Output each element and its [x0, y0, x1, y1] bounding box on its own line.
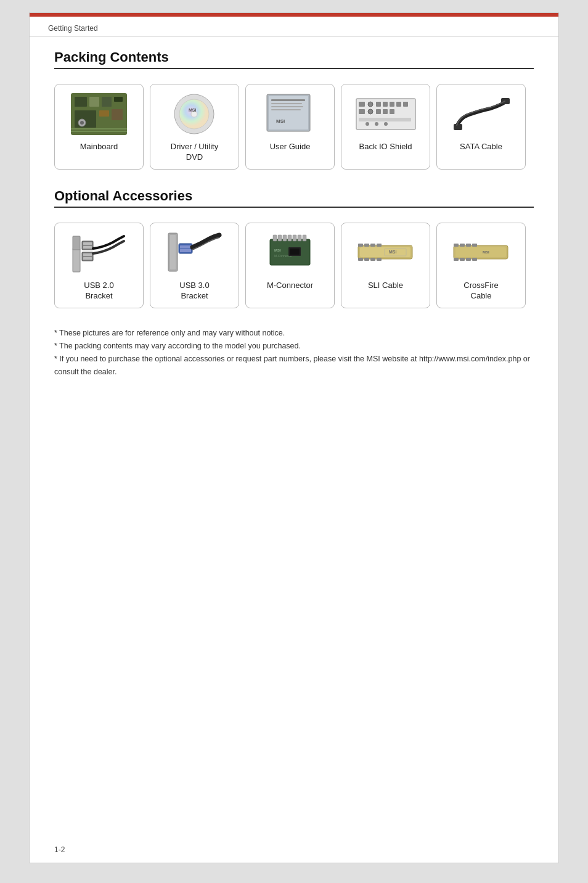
svg-text:MSI: MSI — [189, 108, 197, 112]
mconnector-label: M-Connector — [267, 281, 313, 291]
userguide-label: User Guide — [270, 142, 311, 152]
svg-rect-61 — [298, 235, 301, 241]
svg-rect-4 — [114, 97, 123, 102]
svg-rect-32 — [403, 102, 408, 107]
satacable-image — [451, 91, 512, 137]
slicable-image: MSI — [355, 229, 417, 276]
page-number: 1-2 — [54, 845, 65, 854]
item-mainboard: Mainboard — [54, 84, 144, 170]
svg-rect-72 — [377, 244, 382, 247]
packing-contents-grid: Mainboard — [54, 84, 534, 170]
svg-rect-83 — [466, 244, 471, 247]
page: Getting Started Packing Contents — [29, 12, 559, 863]
ioshield-image — [355, 91, 417, 137]
svg-point-37 — [365, 122, 369, 126]
svg-rect-20 — [271, 106, 303, 107]
svg-rect-88 — [472, 258, 477, 261]
optional-accessories-grid: USB 2.0Bracket — [54, 223, 534, 308]
svg-rect-59 — [288, 235, 292, 241]
svg-rect-6 — [99, 110, 109, 117]
page-content: Packing Contents — [30, 37, 558, 398]
usb30-image — [164, 229, 226, 276]
optional-accessories-title: Optional Accessories — [54, 188, 534, 208]
mconnector-image: MSI M-Connector — [259, 229, 321, 276]
svg-point-27 — [368, 109, 373, 114]
svg-rect-68 — [360, 247, 410, 257]
page-header: Getting Started — [30, 17, 558, 37]
svg-rect-3 — [102, 97, 112, 107]
svg-text:MSI: MSI — [483, 250, 489, 254]
svg-rect-24 — [359, 102, 365, 107]
crossfire-image: MSI — [451, 229, 512, 276]
svg-rect-29 — [383, 102, 388, 107]
svg-rect-58 — [283, 235, 287, 241]
svg-rect-18 — [271, 99, 305, 101]
svg-rect-60 — [293, 235, 296, 241]
svg-rect-46 — [83, 246, 92, 248]
footnote-2: * The packing contents may vary accordin… — [54, 340, 534, 353]
svg-point-11 — [80, 121, 84, 125]
packing-contents-title: Packing Contents — [54, 49, 534, 69]
svg-text:MSI: MSI — [274, 248, 281, 252]
svg-point-38 — [375, 122, 378, 126]
svg-rect-74 — [364, 258, 369, 261]
footnote-3: * If you need to purchase the optional a… — [54, 353, 534, 379]
svg-rect-80 — [455, 247, 506, 257]
svg-rect-81 — [454, 244, 459, 247]
svg-rect-7 — [112, 109, 123, 120]
svg-rect-40 — [454, 124, 462, 130]
svg-rect-62 — [303, 235, 306, 241]
item-slicable: MSI SLI Cable — [341, 223, 430, 308]
svg-rect-48 — [83, 253, 92, 256]
svg-rect-42 — [73, 248, 80, 272]
svg-rect-66 — [290, 248, 300, 255]
crossfire-label: CrossFireCable — [463, 281, 498, 302]
item-satacable: SATA Cable — [436, 84, 526, 170]
svg-rect-43 — [73, 236, 80, 250]
item-usb30-bracket: USB 3.0Bracket — [150, 223, 239, 308]
dvd-image: MSI — [164, 91, 226, 137]
mainboard-label: Mainboard — [80, 142, 118, 152]
item-crossfire-cable: MSI CrossFireCable — [436, 223, 526, 308]
svg-text:MSI: MSI — [389, 250, 397, 254]
svg-rect-45 — [83, 242, 92, 245]
svg-rect-85 — [454, 258, 459, 261]
usb30-label: USB 3.0Bracket — [179, 281, 209, 302]
svg-rect-25 — [359, 109, 365, 114]
svg-rect-71 — [370, 244, 375, 247]
svg-rect-51 — [170, 235, 176, 269]
svg-rect-53 — [180, 245, 191, 248]
userguide-image: MSI — [259, 91, 321, 137]
svg-rect-36 — [359, 118, 411, 121]
dvd-label: Driver / UtilityDVD — [171, 142, 218, 163]
svg-rect-69 — [358, 244, 363, 247]
svg-rect-86 — [460, 258, 465, 261]
usb20-label: USB 2.0Bracket — [84, 281, 113, 302]
svg-rect-84 — [472, 244, 477, 247]
svg-rect-21 — [271, 109, 301, 110]
svg-rect-82 — [460, 244, 465, 247]
svg-point-39 — [384, 122, 388, 126]
svg-rect-54 — [180, 249, 191, 252]
item-dvd: MSI Driver / UtilityDVD — [150, 84, 239, 170]
footnotes-section: * These pictures are for reference only … — [54, 327, 534, 379]
item-userguide: MSI User Guide — [245, 84, 335, 170]
slicable-label: SLI Cable — [368, 281, 403, 291]
svg-rect-1 — [75, 97, 87, 107]
svg-rect-17 — [269, 96, 308, 129]
svg-rect-57 — [278, 235, 282, 241]
svg-rect-28 — [376, 102, 381, 107]
svg-text:MSI: MSI — [276, 118, 285, 124]
footnote-1: * These pictures are for reference only … — [54, 327, 534, 340]
item-usb20-bracket: USB 2.0Bracket — [54, 223, 144, 308]
optional-accessories-section: Optional Accessories — [54, 188, 534, 308]
svg-rect-75 — [370, 258, 375, 261]
svg-rect-30 — [390, 102, 394, 107]
item-ioshield: Back IO Shield — [341, 84, 430, 170]
satacable-label: SATA Cable — [460, 142, 502, 152]
svg-point-26 — [368, 102, 373, 107]
svg-rect-35 — [390, 109, 394, 114]
header-section-label: Getting Started — [48, 24, 98, 33]
svg-rect-76 — [377, 258, 382, 261]
mainboard-image — [68, 91, 130, 137]
